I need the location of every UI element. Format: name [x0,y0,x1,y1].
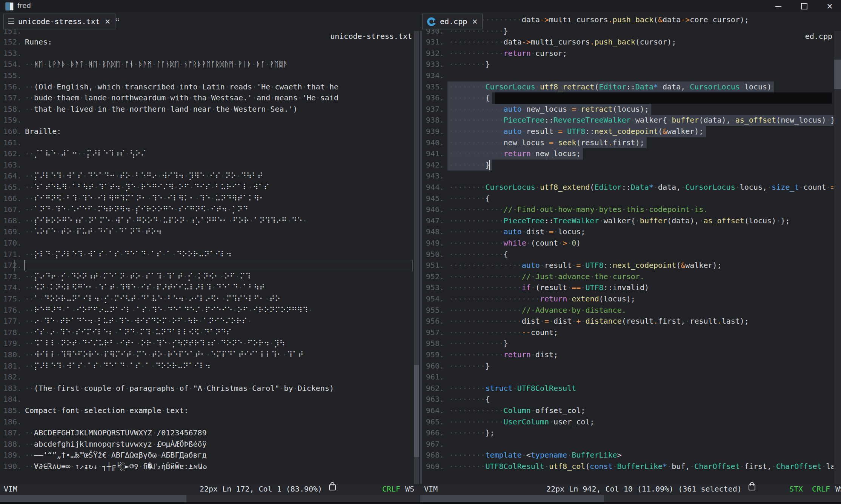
left-horizontal-scrollbar[interactable] [0,495,420,502]
whitespace-dot: · [463,450,467,459]
whitespace-dot: · [731,115,735,124]
pane-divider[interactable] [420,31,422,484]
whitespace-dot: · [517,17,522,24]
scrollbar-thumb[interactable] [0,495,186,502]
whitespace-dot: · [200,328,204,337]
whitespace-dot: · [472,417,476,426]
cursor-position: 22px Ln 942, Col 10 (11.09%) (361 select… [546,484,742,493]
ws-indicator[interactable]: WS [835,484,841,493]
code-text: ··⠁·⠙⠕⠕⠗⠤⠝⠁⠊⠇⠲·⡊·⠍⠊⠣⠞·⠙⠁⠧⠑·⠃⠑⠲·⠔⠊⠇⠔⠫⠂·⠍⠹… [25,293,280,305]
whitespace-dot: · [162,250,166,259]
code-line: 175.··⠁·⠙⠕⠕⠗⠤⠝⠁⠊⠇⠲·⡊·⠍⠊⠣⠞·⠙⠁⠧⠑·⠃⠑⠲·⠔⠊⠇⠔⠫… [0,293,414,305]
code-line: 929.················data->multi_cursors.… [423,17,833,26]
eol-indicator[interactable]: CRLF [812,484,830,493]
whitespace-dot: · [458,216,463,225]
code-text: ············return·cursor; [449,48,567,59]
line-number: 966. [424,427,444,439]
whitespace-dot: · [111,216,115,225]
minimize-button[interactable] [770,0,787,12]
titlebar[interactable]: fred × [0,0,841,12]
line-number: 171. [2,249,22,260]
scrollbar-thumb[interactable] [420,495,604,502]
whitespace-dot: · [449,317,454,326]
right-editor-lines[interactable]: 929.················data->multi_cursors.… [423,17,833,484]
tab-ed-cpp[interactable]: + ed.cpp × [422,14,483,29]
whitespace-dot: · [508,261,513,270]
whitespace-dot: · [594,205,599,214]
tab-close-icon[interactable]: × [472,16,477,27]
right-horizontal-scrollbar[interactable] [420,495,841,502]
app-window: fred × 150.··እግርህን·በፍራሽህ·ልክ·ዘርጋ።151.152.… [0,0,841,504]
whitespace-dot: · [494,115,499,124]
line-number: 934. [424,70,444,81]
whitespace-dot: · [449,272,454,281]
whitespace-dot: · [494,250,499,259]
whitespace-dot: · [29,462,34,471]
whitespace-dot: · [472,183,476,192]
line-number: 169. [2,226,22,238]
line-number: 959. [424,349,444,361]
whitespace-dot: · [29,205,34,214]
whitespace-dot: · [463,317,467,326]
code-line: 185.Compact·font·selection·example·text: [0,405,414,416]
scrollbar-thumb[interactable] [414,365,419,457]
encoding-indicator[interactable]: STX [789,484,803,493]
whitespace-dot: · [93,205,97,214]
scrollbar-thumb[interactable] [834,60,841,89]
whitespace-dot: · [458,283,463,292]
left-vertical-scrollbar[interactable] [414,31,419,484]
whitespace-dot: · [131,171,135,180]
line-number: 179. [2,338,22,349]
whitespace-dot: · [463,49,467,58]
eol-indicator[interactable]: CRLF [382,484,400,493]
lock-icon[interactable] [749,484,755,490]
whitespace-dot: · [25,439,29,449]
whitespace-dot: · [485,250,490,259]
whitespace-dot: · [472,339,476,348]
left-editor-lines[interactable]: 150.··እግርህን·በፍራሽህ·ልክ·ዘርጋ።151.152.Runes:1… [0,17,414,484]
whitespace-dot: · [184,294,188,303]
whitespace-dot: · [504,317,508,326]
ws-indicator[interactable]: WS [405,484,414,493]
whitespace-dot: · [458,306,463,315]
line-number: 967. [424,439,444,450]
whitespace-dot: · [531,283,535,292]
whitespace-dot: · [454,127,458,136]
whitespace-dot: · [458,250,463,259]
code-text: ················data->multi_cursors.push… [449,17,749,26]
whitespace-dot: · [458,450,463,459]
whitespace-dot: · [454,183,458,192]
line-number: 941. [424,148,444,160]
whitespace-dot: · [463,339,467,348]
whitespace-dot: · [94,183,98,192]
whitespace-dot: · [120,250,124,259]
maximize-button[interactable] [795,0,813,12]
whitespace-dot: · [494,306,499,315]
whitespace-dot: · [490,339,494,348]
whitespace-dot: · [151,361,155,370]
whitespace-dot: · [458,328,463,337]
whitespace-dot: · [467,127,472,136]
close-button[interactable]: × [821,0,838,12]
whitespace-dot: · [458,227,463,236]
whitespace-dot: · [325,82,329,91]
whitespace-dot: · [454,395,458,404]
code-text: ············auto·new_locus·=·retract(loc… [449,104,649,115]
whitespace-dot: · [29,306,34,315]
code-line: 960.········} [423,361,833,372]
line-number: 933. [424,59,444,70]
lock-icon[interactable] [329,484,336,490]
whitespace-dot: · [454,462,458,471]
whitespace-dot: · [67,183,72,192]
line-number: 162. [2,148,22,160]
whitespace-dot: · [490,138,494,147]
whitespace-dot: · [490,149,494,158]
whitespace-dot: · [467,317,472,326]
whitespace-dot: · [141,361,145,370]
whitespace-dot: · [476,205,481,214]
line-number: 188. [2,439,22,450]
tab-unicode-stress[interactable]: unicode-stress.txt × [3,14,115,29]
tab-close-icon[interactable]: × [105,16,110,27]
whitespace-dot: · [476,384,481,393]
right-vertical-scrollbar[interactable] [834,31,841,484]
